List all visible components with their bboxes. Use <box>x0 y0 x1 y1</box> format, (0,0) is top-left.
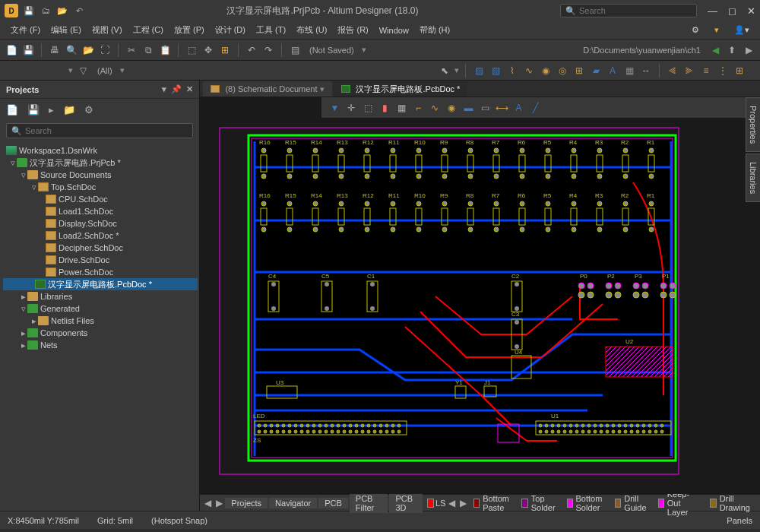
nav-up-icon[interactable]: ⬆ <box>725 43 739 57</box>
panels-button[interactable]: Panels <box>727 516 752 525</box>
btab-navigator[interactable]: Navigator <box>269 498 317 508</box>
notify-icon[interactable]: ▾ <box>710 24 724 36</box>
menu-edit[interactable]: 编辑 (E) <box>46 23 86 37</box>
rect-icon[interactable]: ▭ <box>478 101 492 115</box>
menu-report[interactable]: 报告 (R) <box>333 23 372 37</box>
dim-icon[interactable]: ↔ <box>639 64 653 78</box>
tree-project[interactable]: ▿汉字显示屏电路.PrjPcb * <box>3 157 198 169</box>
search-box[interactable]: 🔍 <box>560 4 697 17</box>
open-icon[interactable]: 📂 <box>56 5 68 17</box>
filter-all[interactable]: (All) <box>93 66 117 75</box>
new-icon[interactable]: 📄 <box>5 43 18 57</box>
minimize-button[interactable]: — <box>708 5 717 17</box>
nav-fwd-icon[interactable]: ▶ <box>742 43 755 57</box>
tree-doc[interactable]: Decipher.SchDoc <box>3 242 198 254</box>
tree-doc[interactable]: Display.SchDoc <box>3 217 198 230</box>
via-icon[interactable]: ◉ <box>539 64 553 78</box>
undo2-icon[interactable]: ↶ <box>245 43 258 57</box>
sidetab-libraries[interactable]: Libraries <box>746 154 760 202</box>
route1-icon[interactable]: ⌇ <box>505 64 519 78</box>
settings-icon[interactable]: ⚙ <box>687 24 704 36</box>
menu-design[interactable]: 设计 (D) <box>211 23 250 37</box>
histogram-icon[interactable]: ▮ <box>378 101 391 115</box>
user-icon[interactable]: 👤▾ <box>730 24 754 36</box>
menu-route[interactable]: 布线 (U) <box>292 23 331 37</box>
route2-icon[interactable]: ∿ <box>522 64 536 78</box>
zoomfit-icon[interactable]: ⛶ <box>98 43 112 57</box>
maximize-button[interactable]: ◻ <box>728 5 736 17</box>
menu-tools[interactable]: 工具 (T) <box>252 23 290 37</box>
tree-doc[interactable]: Load2.SchDoc * <box>3 230 198 242</box>
menu-file[interactable]: 文件 (F) <box>6 23 45 37</box>
tab-right-icon[interactable]: ▶ <box>214 496 223 510</box>
tab-pcb[interactable]: 汉字显示屏电路板.PcbDoc * <box>334 81 467 97</box>
tree-doc[interactable]: Power.SchDoc <box>3 266 198 278</box>
cursor-icon[interactable]: ⬉ <box>438 64 451 78</box>
tree-gen[interactable]: ▿Generated <box>3 302 198 315</box>
comp-icon[interactable]: ▦ <box>622 64 636 78</box>
hatch1-icon[interactable]: ▨ <box>472 64 486 78</box>
wave-icon[interactable]: ∿ <box>428 101 442 115</box>
new-file-icon[interactable]: 📄 <box>6 104 18 116</box>
btab-3d[interactable]: PCB 3D <box>389 493 422 513</box>
filter-icon[interactable]: ▽ <box>76 64 90 78</box>
pcb-viewport[interactable]: R16R15R14R13R12R11R10R9R8R7R6R5R4R3R2R1 … <box>200 119 760 494</box>
close-button[interactable]: ✕ <box>747 5 755 17</box>
align-r-icon[interactable]: ≡ <box>699 64 713 78</box>
panel-search-input[interactable] <box>25 126 188 135</box>
menu-place[interactable]: 放置 (P) <box>169 23 209 37</box>
ic-icon[interactable]: ▦ <box>394 101 408 115</box>
preview-icon[interactable]: 🔍 <box>65 43 78 57</box>
panel-dropdown-icon[interactable]: ▾ <box>162 84 166 94</box>
ls-label[interactable]: LS <box>435 499 445 508</box>
tree-lib[interactable]: ▸Libraries <box>3 290 198 302</box>
tree-doc[interactable]: Drive.SchDoc <box>3 254 198 266</box>
align-l-icon[interactable]: ⫷ <box>666 64 679 78</box>
tree-workspace[interactable]: Workspace1.DsnWrk <box>3 144 198 157</box>
line-icon[interactable]: ╱ <box>528 101 542 115</box>
align-c-icon[interactable]: ⫸ <box>682 64 696 78</box>
menu-window[interactable]: Window <box>375 24 413 36</box>
btab-filter[interactable]: PCB Filter <box>350 493 388 513</box>
nav-back-icon[interactable]: ◀ <box>708 43 722 57</box>
trace-icon[interactable]: ⌐ <box>411 101 425 115</box>
redo-icon[interactable]: ↷ <box>261 43 275 57</box>
tree-pcb[interactable]: 汉字显示屏电路板.PcbDoc * <box>3 278 198 290</box>
pad-icon[interactable]: ◎ <box>556 64 569 78</box>
poly-icon[interactable]: ▰ <box>589 64 603 78</box>
save-icon[interactable]: 💾 <box>23 5 35 17</box>
save-all-icon[interactable]: 🗂 <box>40 5 52 17</box>
gear-icon[interactable]: ⚙ <box>84 104 93 116</box>
move-icon[interactable]: ✥ <box>201 43 215 57</box>
panel-pin-icon[interactable]: 📌 <box>171 84 182 94</box>
layer-prev-icon[interactable]: ◀ <box>447 496 456 510</box>
open-doc-icon[interactable]: 📂 <box>81 43 95 57</box>
layers-icon[interactable]: ▤ <box>288 43 302 57</box>
folder-icon[interactable]: 📁 <box>63 104 75 116</box>
panel-search[interactable]: 🔍 <box>6 123 193 138</box>
tab-left-icon[interactable]: ◀ <box>203 496 212 510</box>
cut-icon[interactable]: ✂ <box>125 43 138 57</box>
save-prj-icon[interactable]: 💾 <box>27 104 40 116</box>
menu-help[interactable]: 帮助 (H) <box>415 23 454 37</box>
filter-icon[interactable]: ▼ <box>328 101 341 115</box>
poly2-icon[interactable]: ▬ <box>461 101 475 115</box>
menu-project[interactable]: 工程 (C) <box>128 23 168 37</box>
align-icon[interactable]: ⊞ <box>218 43 232 57</box>
dist-h-icon[interactable]: ⋮ <box>716 64 730 78</box>
btab-pcb[interactable]: PCB <box>318 498 348 508</box>
tree-source[interactable]: ▿Source Documents <box>3 169 198 181</box>
tree-top[interactable]: ▿Top.SchDoc <box>3 181 198 193</box>
paste-icon[interactable]: 📋 <box>158 43 172 57</box>
compile-icon[interactable]: ▸ <box>49 104 54 116</box>
tree-doc[interactable]: CPU.SchDoc <box>3 193 198 205</box>
text-icon[interactable]: A <box>606 64 619 78</box>
search-input[interactable] <box>579 6 692 15</box>
menu-view[interactable]: 视图 (V) <box>87 23 127 37</box>
undo-icon[interactable]: ↶ <box>73 5 85 17</box>
layer-next-icon[interactable]: ▶ <box>458 496 467 510</box>
print-icon[interactable]: 🖶 <box>48 43 62 57</box>
tree-nets[interactable]: ▸Nets <box>3 339 198 351</box>
panel-close-icon[interactable]: ✕ <box>186 84 193 94</box>
hatch2-icon[interactable]: ▧ <box>489 64 502 78</box>
